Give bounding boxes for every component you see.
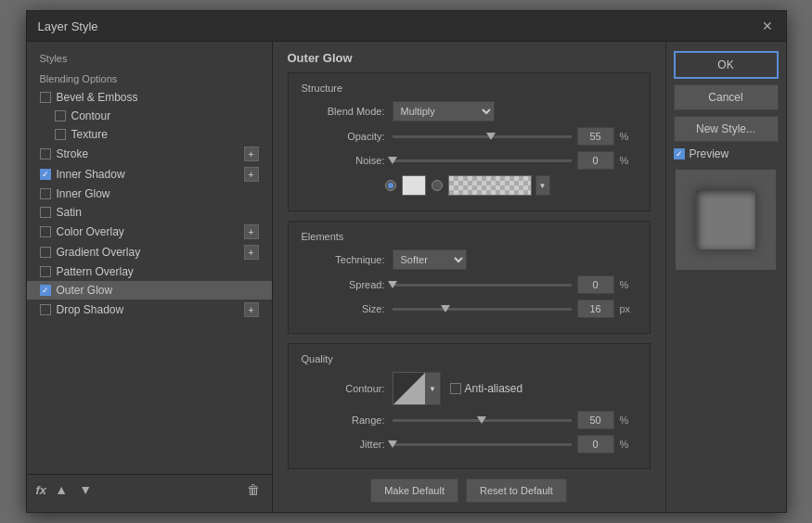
opacity-row: Opacity: 55 % (302, 127, 637, 146)
size-label: Size: (302, 303, 385, 314)
color-overlay-add-button[interactable]: + (244, 224, 259, 239)
sidebar-item-bevel-emboss[interactable]: Bevel & Emboss (27, 88, 272, 107)
title-bar: Layer Style ✕ (27, 11, 786, 42)
elements-title: Elements (302, 231, 637, 242)
jitter-thumb[interactable] (388, 440, 397, 448)
satin-label: Satin (57, 206, 259, 219)
spread-slider-container: 0 % (393, 275, 637, 294)
right-panel: OK Cancel New Style... Preview (665, 42, 786, 512)
fx-button[interactable]: fx (36, 483, 47, 497)
jitter-input[interactable]: 0 (577, 435, 614, 453)
size-slider[interactable] (393, 308, 572, 311)
drop-shadow-checkbox[interactable] (40, 304, 51, 315)
color-overlay-checkbox[interactable] (40, 226, 51, 237)
range-thumb[interactable] (477, 416, 486, 424)
svg-marker-0 (393, 373, 425, 404)
sidebar-item-pattern-overlay[interactable]: Pattern Overlay (27, 262, 272, 281)
gradient-dropdown-arrow[interactable]: ▼ (535, 175, 550, 196)
jitter-unit: % (620, 439, 637, 450)
sidebar-item-inner-glow[interactable]: Inner Glow (27, 185, 272, 203)
noise-thumb[interactable] (388, 157, 397, 164)
texture-checkbox[interactable] (55, 129, 66, 140)
color-overlay-label: Color Overlay (57, 225, 240, 238)
size-slider-container: 16 px (393, 300, 637, 318)
cancel-button[interactable]: Cancel (674, 84, 779, 110)
inner-glow-checkbox[interactable] (40, 188, 51, 199)
anti-alias-checkbox[interactable] (450, 383, 461, 394)
structure-title: Structure (302, 83, 637, 94)
range-input[interactable]: 50 (577, 411, 614, 429)
jitter-slider-container: 0 % (393, 435, 637, 453)
gradient-overlay-add-button[interactable]: + (244, 245, 259, 260)
contour-dropdown-arrow[interactable]: ▼ (426, 372, 441, 405)
dialog-body: Styles Blending Options Bevel & Emboss C… (27, 42, 786, 512)
noise-input[interactable]: 0 (577, 151, 614, 170)
contour-label: Contour: (302, 383, 385, 394)
styles-header: Styles (27, 49, 272, 70)
gradient-overlay-checkbox[interactable] (40, 247, 51, 258)
gradient-overlay-label: Gradient Overlay (57, 246, 240, 259)
size-thumb[interactable] (441, 305, 450, 313)
sidebar-item-contour[interactable]: Contour (27, 107, 272, 125)
inner-shadow-checkbox[interactable] (40, 169, 51, 180)
color-radio-solid[interactable] (385, 180, 396, 191)
color-radio-gradient[interactable] (432, 180, 443, 191)
jitter-slider[interactable] (393, 443, 572, 446)
anti-alias-row: Anti-aliased (450, 382, 523, 395)
spread-input[interactable]: 0 (577, 275, 614, 294)
ok-button[interactable]: OK (674, 51, 779, 79)
preview-checkbox[interactable] (674, 148, 685, 159)
sidebar-item-inner-shadow[interactable]: Inner Shadow + (27, 164, 272, 185)
contour-checkbox[interactable] (55, 110, 66, 121)
sidebar-item-drop-shadow[interactable]: Drop Shadow + (27, 300, 272, 320)
pattern-overlay-checkbox[interactable] (40, 266, 51, 277)
move-up-button[interactable]: ▲ (52, 480, 71, 499)
dialog-title: Layer Style (38, 19, 98, 33)
spread-row: Spread: 0 % (302, 275, 637, 294)
make-default-button[interactable]: Make Default (370, 478, 458, 503)
color-row: ▼ (302, 175, 637, 196)
size-input[interactable]: 16 (577, 300, 614, 318)
stroke-add-button[interactable]: + (244, 147, 259, 161)
satin-checkbox[interactable] (40, 207, 51, 218)
contour-preview[interactable] (393, 372, 426, 405)
sidebar-item-stroke[interactable]: Stroke + (27, 144, 272, 164)
sidebar-item-color-overlay[interactable]: Color Overlay + (27, 222, 272, 242)
stroke-checkbox[interactable] (40, 148, 51, 159)
sidebar-item-outer-glow[interactable]: Outer Glow (27, 281, 272, 300)
inner-shadow-label: Inner Shadow (57, 168, 240, 181)
spread-thumb[interactable] (388, 281, 397, 288)
delete-button[interactable]: 🗑 (244, 480, 263, 499)
color-swatch-white[interactable] (402, 175, 426, 196)
noise-unit: % (620, 155, 637, 166)
technique-select[interactable]: Softer Precise (393, 249, 467, 270)
range-slider[interactable] (393, 419, 572, 422)
inner-shadow-add-button[interactable]: + (244, 167, 259, 182)
preview-row: Preview (674, 147, 779, 160)
contour-label: Contour (71, 109, 259, 122)
layer-style-dialog: Layer Style ✕ Styles Blending Options Be… (26, 10, 787, 513)
sidebar-item-gradient-overlay[interactable]: Gradient Overlay + (27, 242, 272, 262)
range-row: Range: 50 % (302, 411, 637, 429)
sidebar-item-satin[interactable]: Satin (27, 203, 272, 222)
blend-mode-label: Blend Mode: (302, 106, 385, 117)
noise-slider[interactable] (393, 159, 572, 162)
opacity-thumb[interactable] (486, 133, 496, 140)
opacity-slider[interactable] (393, 135, 572, 138)
color-swatch-gradient[interactable] (448, 175, 532, 196)
close-button[interactable]: ✕ (760, 19, 775, 33)
opacity-input[interactable]: 55 (577, 127, 614, 146)
opacity-unit: % (620, 131, 637, 142)
sidebar-item-texture[interactable]: Texture (27, 125, 272, 144)
left-toolbar: fx ▲ ▼ 🗑 (27, 474, 272, 504)
outer-glow-checkbox[interactable] (40, 285, 51, 296)
blend-mode-select[interactable]: Multiply Normal Screen Overlay (393, 101, 495, 121)
spread-slider[interactable] (393, 284, 572, 287)
blend-mode-row: Blend Mode: Multiply Normal Screen Overl… (302, 101, 637, 121)
reset-to-default-button[interactable]: Reset to Default (466, 478, 567, 503)
new-style-button[interactable]: New Style... (674, 116, 779, 142)
move-down-button[interactable]: ▼ (76, 480, 95, 499)
bevel-emboss-checkbox[interactable] (40, 92, 51, 103)
drop-shadow-label: Drop Shadow (57, 303, 240, 316)
drop-shadow-add-button[interactable]: + (244, 302, 259, 317)
